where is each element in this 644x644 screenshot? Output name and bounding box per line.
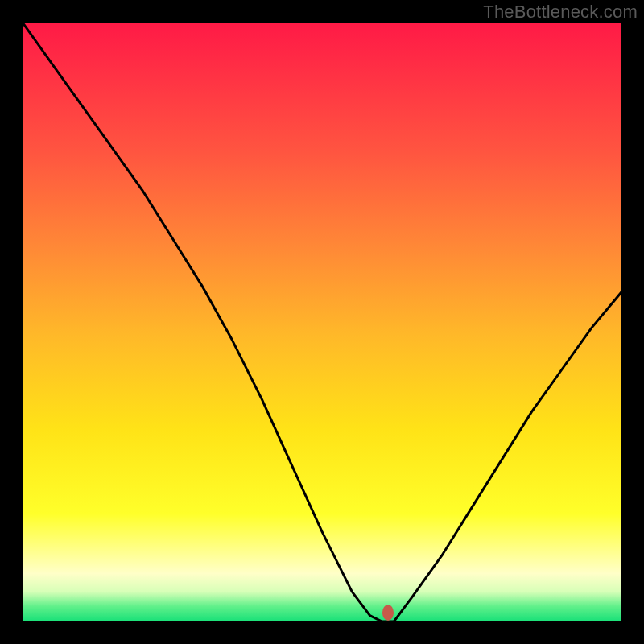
plot-area — [23, 23, 621, 621]
chart-frame: TheBottleneck.com — [0, 0, 644, 644]
watermark-text: TheBottleneck.com — [483, 2, 638, 23]
bottleneck-curve — [23, 23, 621, 621]
optimal-point-marker — [382, 605, 394, 621]
